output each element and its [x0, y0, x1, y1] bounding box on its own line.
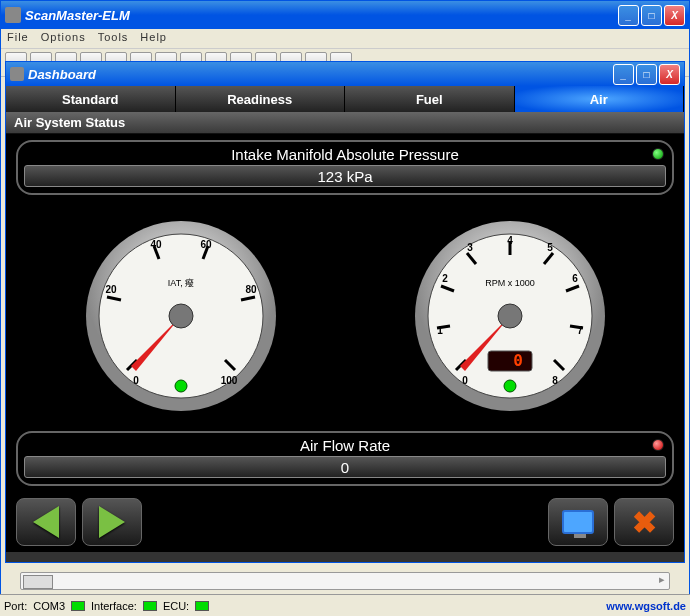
gauge-rpm: 0 1 2 3 4 5 6 7 8 RPM x 1000 0: [410, 216, 610, 416]
prev-button[interactable]: [16, 498, 76, 546]
ecu-label: ECU:: [163, 600, 189, 612]
gauge-iat: 0 20 40 60 80 100 IAT, 癈: [81, 216, 281, 416]
monitor-icon: [562, 510, 594, 534]
svg-point-43: [504, 380, 516, 392]
svg-text:40: 40: [150, 239, 162, 250]
menu-help[interactable]: Help: [140, 31, 167, 46]
svg-text:1: 1: [437, 325, 443, 336]
interface-label: Interface:: [91, 600, 137, 612]
tab-bar: Standard Readiness Fuel Air: [6, 86, 684, 112]
svg-text:8: 8: [552, 375, 558, 386]
menu-tools[interactable]: Tools: [98, 31, 129, 46]
svg-text:4: 4: [507, 235, 513, 246]
port-value: COM3: [33, 600, 65, 612]
svg-text:0: 0: [133, 375, 139, 386]
display-button[interactable]: [548, 498, 608, 546]
dash-minimize-button[interactable]: _: [613, 64, 634, 85]
svg-text:2: 2: [442, 273, 448, 284]
svg-text:60: 60: [200, 239, 212, 250]
readout-value: 123 kPa: [24, 165, 666, 187]
tab-standard[interactable]: Standard: [6, 86, 176, 112]
status-bar: Port: COM3 Interface: ECU: www.wgsoft.de: [0, 594, 690, 616]
tab-fuel[interactable]: Fuel: [345, 86, 515, 112]
svg-rect-41: [488, 351, 532, 371]
exit-button[interactable]: ✖: [614, 498, 674, 546]
readout-airflow: Air Flow Rate 0: [16, 431, 674, 486]
close-button[interactable]: X: [664, 5, 685, 26]
svg-text:IAT, 癈: IAT, 癈: [167, 278, 193, 288]
dashboard-title: Dashboard: [28, 67, 96, 82]
dashboard-icon: [10, 67, 24, 81]
section-header: Air System Status: [6, 112, 684, 134]
svg-text:RPM x 1000: RPM x 1000: [485, 278, 535, 288]
dash-close-button[interactable]: X: [659, 64, 680, 85]
arrow-right-icon: [99, 506, 125, 538]
svg-point-16: [169, 304, 193, 328]
horizontal-scrollbar[interactable]: [20, 572, 670, 590]
ecu-led-icon: [195, 601, 209, 611]
menubar: File Options Tools Help: [1, 29, 689, 49]
dash-maximize-button[interactable]: □: [636, 64, 657, 85]
svg-text:0: 0: [513, 351, 523, 370]
svg-text:0: 0: [462, 375, 468, 386]
readout-value: 0: [24, 456, 666, 478]
port-label: Port:: [4, 600, 27, 612]
tab-readiness[interactable]: Readiness: [176, 86, 346, 112]
readout-map: Intake Manifold Absolute Pressure 123 kP…: [16, 140, 674, 195]
arrow-left-icon: [33, 506, 59, 538]
menu-file[interactable]: File: [7, 31, 29, 46]
status-led-icon: [652, 148, 664, 160]
tab-air[interactable]: Air: [515, 86, 685, 112]
next-button[interactable]: [82, 498, 142, 546]
app-title: ScanMaster-ELM: [25, 8, 130, 23]
readout-label: Intake Manifold Absolute Pressure: [24, 146, 666, 163]
svg-point-40: [498, 304, 522, 328]
interface-led-icon: [143, 601, 157, 611]
menu-options[interactable]: Options: [41, 31, 86, 46]
svg-text:6: 6: [572, 273, 578, 284]
website-link[interactable]: www.wgsoft.de: [606, 600, 686, 612]
svg-text:80: 80: [245, 284, 257, 295]
readout-label: Air Flow Rate: [24, 437, 666, 454]
svg-text:7: 7: [577, 325, 583, 336]
svg-point-17: [175, 380, 187, 392]
svg-text:20: 20: [105, 284, 117, 295]
minimize-button[interactable]: _: [618, 5, 639, 26]
app-icon: [5, 7, 21, 23]
svg-text:100: 100: [220, 375, 237, 386]
x-icon: ✖: [632, 505, 657, 540]
port-led-icon: [71, 601, 85, 611]
status-led-icon: [652, 439, 664, 451]
main-titlebar: ScanMaster-ELM _ □ X: [1, 1, 689, 29]
svg-text:3: 3: [467, 242, 473, 253]
svg-text:5: 5: [547, 242, 553, 253]
maximize-button[interactable]: □: [641, 5, 662, 26]
dashboard-titlebar: Dashboard _ □ X: [6, 62, 684, 86]
